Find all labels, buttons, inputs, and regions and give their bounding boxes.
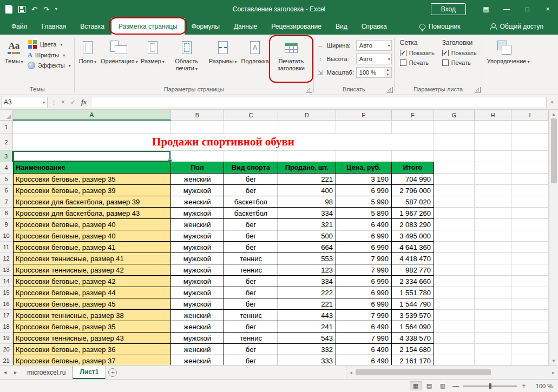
row-header-11[interactable]: 11 — [0, 242, 13, 253]
spinner-up-icon[interactable]: ▲ — [384, 68, 391, 72]
cell-C13[interactable]: теннис — [224, 264, 278, 276]
cell-I4[interactable] — [511, 162, 549, 174]
tab-help[interactable]: Справка — [355, 18, 394, 35]
cell-C18[interactable]: бег — [224, 321, 278, 333]
zoom-slider[interactable] — [463, 386, 517, 387]
tab-data[interactable]: Данные — [227, 18, 264, 35]
cell-A4[interactable]: Наименование — [13, 162, 171, 174]
cell-B1[interactable] — [171, 121, 224, 134]
cell-I21[interactable] — [511, 355, 549, 365]
vertical-scroll-thumb[interactable] — [551, 118, 557, 183]
cell-H3[interactable] — [475, 151, 511, 162]
cell-F12[interactable]: 4 418 470 — [392, 253, 434, 264]
cell-E8[interactable]: 5 890 — [336, 208, 392, 219]
tab-assistant[interactable]: Помощник — [412, 18, 468, 35]
cell-D11[interactable]: 664 — [278, 242, 336, 253]
insert-function-icon[interactable]: fx — [81, 98, 87, 107]
cell-F17[interactable]: 3 539 570 — [392, 310, 434, 321]
cell-E15[interactable]: 6 990 — [336, 287, 392, 298]
cell-E4[interactable]: Цена, руб. — [336, 162, 392, 174]
cell-G20[interactable] — [434, 344, 475, 355]
cell-F9[interactable]: 2 083 290 — [392, 219, 434, 230]
cell-D1[interactable] — [278, 121, 336, 134]
cell-A20[interactable]: Кроссовки беговые, размер 36 — [13, 344, 171, 355]
cell-C4[interactable]: Вид спорта — [224, 162, 278, 174]
row-header-20[interactable]: 20 — [0, 344, 13, 355]
cell-D4[interactable]: Продано, шт. — [278, 162, 336, 174]
cell-B9[interactable]: женский — [171, 219, 224, 230]
cell-C17[interactable]: теннис — [224, 310, 278, 321]
cell-I19[interactable] — [511, 333, 549, 344]
column-header-G[interactable]: G — [434, 110, 475, 121]
cell-A19[interactable]: Кроссовки теннисные, размер 43 — [13, 333, 171, 344]
cell-A1[interactable] — [13, 121, 171, 134]
cell-A3-selected[interactable] — [13, 151, 171, 162]
cell-G8[interactable] — [434, 208, 475, 219]
cell-A21[interactable]: Кроссовки беговые, размер 37 — [13, 355, 171, 365]
sheet-tab-list1[interactable]: Лист1 — [73, 366, 106, 379]
cell-H20[interactable] — [475, 344, 511, 355]
cell-A11[interactable]: Кроссовки беговые, размер 41 — [13, 242, 171, 253]
cell-A6[interactable]: Кроссовки беговые, размер 39 — [13, 185, 171, 196]
column-header-C[interactable]: C — [224, 110, 278, 121]
cell-C12[interactable]: теннис — [224, 253, 278, 264]
cell-G6[interactable] — [434, 185, 475, 196]
cell-G18[interactable] — [434, 321, 475, 333]
cell-F5[interactable]: 704 990 — [392, 174, 434, 185]
cell-G15[interactable] — [434, 287, 475, 298]
cell-G12[interactable] — [434, 253, 475, 264]
cell-I18[interactable] — [511, 321, 549, 333]
cell-G13[interactable] — [434, 264, 475, 276]
column-header-B[interactable]: B — [171, 110, 224, 121]
tab-view[interactable]: Вид — [329, 18, 355, 35]
cell-A18[interactable]: Кроссовки беговые, размер 35 — [13, 321, 171, 333]
column-header-I[interactable]: I — [511, 110, 549, 121]
row-header-12[interactable]: 12 — [0, 253, 13, 264]
cell-I12[interactable] — [511, 253, 549, 264]
sign-in-button[interactable]: Вход — [431, 3, 466, 15]
cell-C6[interactable]: бег — [224, 185, 278, 196]
horizontal-scrollbar[interactable]: ◂ ▸ — [346, 366, 558, 379]
cell-B5[interactable]: женский — [171, 174, 224, 185]
height-select[interactable]: Авто ▾ — [356, 54, 392, 64]
cell-H5[interactable] — [475, 174, 511, 185]
cell-H4[interactable] — [475, 162, 511, 174]
cell-H12[interactable] — [475, 253, 511, 264]
cell-E17[interactable]: 7 990 — [336, 310, 392, 321]
cell-G1[interactable] — [434, 121, 475, 134]
cell-H10[interactable] — [475, 230, 511, 242]
print-titles-button[interactable]: Печатать заголовки — [271, 37, 311, 82]
cell-H17[interactable] — [475, 310, 511, 321]
excel-app-icon[interactable] — [5, 5, 12, 14]
cell-C15[interactable]: бег — [224, 287, 278, 298]
cell-B13[interactable]: мужской — [171, 264, 224, 276]
row-header-1[interactable]: 1 — [0, 121, 13, 134]
zoom-slider-thumb[interactable] — [489, 383, 491, 389]
qat-customize-icon[interactable]: ▾ — [55, 7, 57, 11]
cell-A14[interactable]: Кроссовки беговые, размер 42 — [13, 276, 171, 287]
sheet-nav-right-icon[interactable]: ▸ — [10, 366, 21, 379]
scroll-up-icon[interactable]: ▲ — [549, 110, 558, 118]
row-header-7[interactable]: 7 — [0, 196, 13, 208]
select-all-corner[interactable] — [0, 110, 13, 121]
tab-review[interactable]: Рецензирование — [264, 18, 329, 35]
cell-A5[interactable]: Кроссовки беговые, размер 35 — [13, 174, 171, 185]
cell-E16[interactable]: 6 990 — [336, 298, 392, 310]
row-header-8[interactable]: 8 — [0, 208, 13, 219]
orientation-button[interactable]: Ориентация — [99, 37, 139, 82]
cell-I8[interactable] — [511, 208, 549, 219]
cell-A12[interactable]: Кроссовки теннисные, размер 41 — [13, 253, 171, 264]
page-setup-dialog-launcher[interactable]: ◿ — [306, 87, 312, 93]
enter-icon[interactable]: ✓ — [70, 98, 76, 106]
cell-D15[interactable]: 222 — [278, 287, 336, 298]
sheet-options-dialog-launcher[interactable]: ◿ — [475, 87, 481, 93]
cell-D7[interactable]: 98 — [278, 196, 336, 208]
cell-C9[interactable]: бег — [224, 219, 278, 230]
cell-I17[interactable] — [511, 310, 549, 321]
cell-D20[interactable]: 332 — [278, 344, 336, 355]
cell-D5[interactable]: 221 — [278, 174, 336, 185]
cell-C11[interactable]: бег — [224, 242, 278, 253]
ribbon-display-options-icon[interactable]: ▦ — [476, 0, 496, 18]
cell-B6[interactable]: мужской — [171, 185, 224, 196]
close-button[interactable]: × — [537, 0, 558, 18]
